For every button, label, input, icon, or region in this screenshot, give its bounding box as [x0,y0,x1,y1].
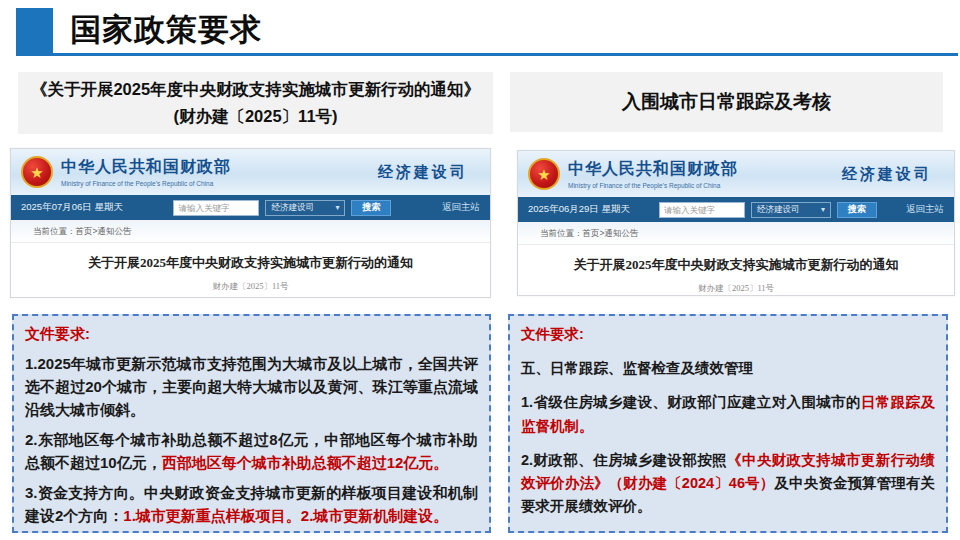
breadcrumb: 当前位置：首页>通知公告 [518,222,954,245]
page-title: 国家政策要求 [70,9,262,51]
nav-date: 2025年07月06日 星期天 [21,201,123,214]
requirements-box-left: 文件要求: 1.2025年城市更新示范城市支持范围为大城市及以上城市，全国共评选… [12,314,491,533]
emblem-star-icon: ★ [30,165,43,180]
mof-site-right: ★ 中华人民共和国财政部 Ministry of Finance of the … [517,150,955,296]
notice-title-line2: (财办建〔2025〕11号) [173,103,337,130]
org-name-block: 中华人民共和国财政部 Ministry of Finance of the Pe… [61,157,231,187]
dept-name: 经济建设司 [842,165,932,184]
mof-site-header: ★ 中华人民共和国财政部 Ministry of Finance of the … [518,151,954,197]
mof-site-header: ★ 中华人民共和国财政部 Ministry of Finance of the … [11,149,490,195]
requirement-paragraph: 3.资金支持方向。中央财政资金支持城市更新的样板项目建设和机制建设2个方向：1.… [25,482,478,528]
national-emblem-icon: ★ [21,156,53,188]
article-area: 关于开展2025年度中央财政支持实施城市更新行动的通知 财办建〔2025〕11号 [11,243,490,297]
article-area: 关于开展2025年度中央财政支持实施城市更新行动的通知 财办建〔2025〕11号 [518,245,954,295]
home-link[interactable]: 返回主站 [442,201,480,214]
search-input[interactable] [659,202,745,218]
chevron-down-icon: ▾ [821,205,825,214]
doc-number: 财办建〔2025〕11号 [518,283,954,295]
slide: 国家政策要求 《关于开展2025年度中央财政支持实施城市更新行动的通知》 (财办… [0,0,960,540]
doc-number: 财办建〔2025〕11号 [11,281,490,293]
org-name-block: 中华人民共和国财政部 Ministry of Finance of the Pe… [568,159,738,189]
requirement-paragraph: 1.2025年城市更新示范城市支持范围为大城市及以上城市，全国共评选不超过20个… [25,353,478,422]
notice-title-box: 《关于开展2025年度中央财政支持实施城市更新行动的通知》 (财办建〔2025〕… [18,72,493,134]
tracking-title: 入围城市日常跟踪及考核 [622,89,831,115]
article-title: 关于开展2025年度中央财政支持实施城市更新行动的通知 [518,256,954,274]
notice-title-line1: 《关于开展2025年度中央财政支持实施城市更新行动的通知》 [31,76,480,103]
nav-date: 2025年06月29日 星期天 [528,203,630,216]
chevron-down-icon: ▾ [335,203,339,212]
mof-site-navbar: 2025年07月06日 星期天 经济建设司 ▾ 搜索 返回主站 [11,195,490,220]
dept-select[interactable]: 经济建设司 ▾ [751,202,831,218]
breadcrumb: 当前位置：首页>通知公告 [11,220,490,243]
home-link[interactable]: 返回主站 [906,203,944,216]
org-name-cn: 中华人民共和国财政部 [61,157,231,178]
title-underline [16,53,958,56]
requirement-paragraph: 1.省级住房城乡建设、财政部门应建立对入围城市的日常跟踪及监督机制。 [521,391,935,437]
article-title: 关于开展2025年度中央财政支持实施城市更新行动的通知 [11,254,490,272]
dept-name: 经济建设司 [378,163,468,182]
dept-select[interactable]: 经济建设司 ▾ [265,200,345,216]
tracking-title-box: 入围城市日常跟踪及考核 [510,72,943,132]
org-name-en: Ministry of Finance of the People's Repu… [61,180,231,187]
title-accent-square [16,8,53,53]
search-button[interactable]: 搜索 [837,202,877,218]
requirement-paragraph: 2.财政部、住房城乡建设部按照《中央财政支持城市更新行动绩效评价办法》（财办建〔… [521,449,935,519]
emblem-star-icon: ★ [537,167,550,182]
org-name-cn: 中华人民共和国财政部 [568,159,738,180]
dept-select-value: 经济建设司 [271,202,314,214]
search-button[interactable]: 搜索 [351,200,391,216]
dept-select-value: 经济建设司 [757,204,800,216]
mof-site-left: ★ 中华人民共和国财政部 Ministry of Finance of the … [10,148,491,298]
requirement-paragraph: 五、日常跟踪、监督检查及绩效管理 [521,357,935,380]
mof-site-navbar: 2025年06月29日 星期天 经济建设司 ▾ 搜索 返回主站 [518,197,954,222]
org-name-en: Ministry of Finance of the People's Repu… [568,182,738,189]
search-input[interactable] [173,200,259,216]
requirements-label: 文件要求: [521,323,935,346]
requirement-paragraph: 2.东部地区每个城市补助总额不超过8亿元，中部地区每个城市补助总额不超过10亿元… [25,429,478,475]
national-emblem-icon: ★ [528,158,560,190]
requirements-label: 文件要求: [25,323,478,346]
requirements-box-right: 文件要求: 五、日常跟踪、监督检查及绩效管理 1.省级住房城乡建设、财政部门应建… [508,314,948,533]
